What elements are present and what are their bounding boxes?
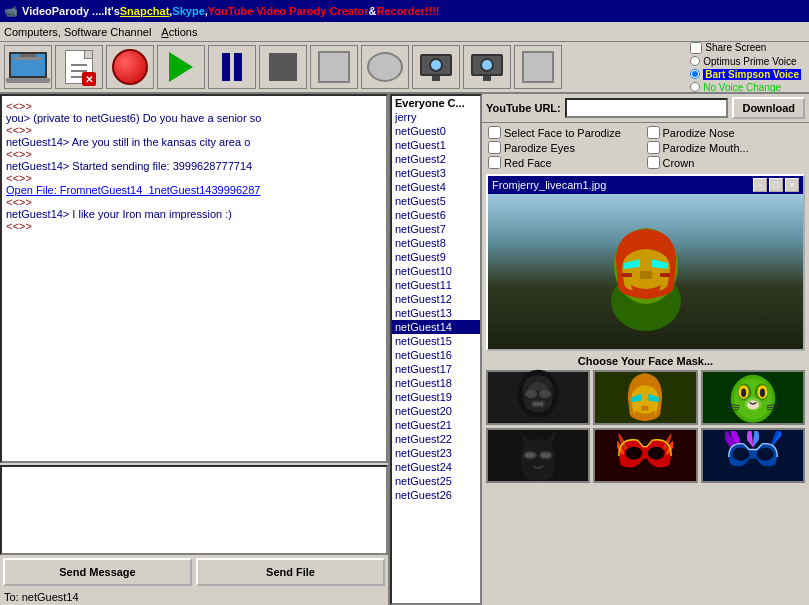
novoice-label: No Voice Change [703, 82, 781, 93]
mask-iron-man[interactable] [593, 370, 697, 425]
menu-actions[interactable]: AActionsctions [161, 26, 197, 38]
svg-point-22 [747, 400, 759, 409]
svg-rect-3 [622, 273, 632, 277]
msg-2: you> (private to netGuest6) Do you have … [6, 112, 382, 124]
optimus-radio[interactable] [690, 56, 700, 66]
right-panel: YouTube URL: Download Select Face to Par… [482, 94, 809, 605]
main-content: <<>> you> (private to netGuest6) Do you … [0, 94, 809, 605]
app-icon: 📹 [4, 5, 18, 18]
pause-btn[interactable] [208, 45, 256, 89]
toolbar: ✕ [0, 42, 809, 94]
parodize-mouth-checkbox[interactable] [647, 141, 660, 154]
red-face-checkbox[interactable] [488, 156, 501, 169]
download-button[interactable]: Download [732, 97, 805, 119]
menu-computers[interactable]: Computers, Software Channel [4, 26, 151, 38]
bart-radio[interactable] [690, 69, 700, 79]
optimus-row: Optimus Prime Voice [690, 56, 801, 67]
novoice-radio[interactable] [690, 82, 700, 92]
select-face-opt: Select Face to Parodize [488, 126, 645, 139]
user-netguest25[interactable]: netGuest25 [392, 474, 480, 488]
svg-point-36 [757, 447, 774, 460]
user-netguest12[interactable]: netGuest12 [392, 292, 480, 306]
blank-btn-3[interactable] [514, 45, 562, 89]
select-face-label: Select Face to Parodize [504, 127, 621, 139]
blank-btn-2[interactable] [361, 45, 409, 89]
mask-masquerade-red[interactable] [593, 428, 697, 483]
select-face-checkbox[interactable] [488, 126, 501, 139]
msg-10: netGuest14> I like your Iron man impress… [6, 208, 382, 220]
user-netguest1[interactable]: netGuest1 [392, 138, 480, 152]
parodize-eyes-opt: Parodize Eyes [488, 141, 645, 154]
chat-input-area[interactable] [0, 465, 388, 555]
user-netguest10[interactable]: netGuest10 [392, 264, 480, 278]
user-netguest9[interactable]: netGuest9 [392, 250, 480, 264]
user-netguest14[interactable]: netGuest14 [392, 320, 480, 334]
send-message-button[interactable]: Send Message [3, 558, 192, 586]
chat-area: <<>> you> (private to netGuest6) Do you … [0, 94, 390, 605]
webcam-btn-2[interactable] [463, 45, 511, 89]
title-plain: VideoParody ....It's [22, 5, 120, 17]
user-netguest18[interactable]: netGuest18 [392, 376, 480, 390]
send-file-button[interactable]: Send File [196, 558, 385, 586]
user-netguest23[interactable]: netGuest23 [392, 446, 480, 460]
msg-6: netGuest14> Started sending file: 399962… [6, 160, 382, 172]
user-netguest11[interactable]: netGuest11 [392, 278, 480, 292]
user-netguest15[interactable]: netGuest15 [392, 334, 480, 348]
user-netguest6[interactable]: netGuest6 [392, 208, 480, 222]
webcam-btn-1[interactable] [412, 45, 460, 89]
parodize-nose-checkbox[interactable] [647, 126, 660, 139]
user-netguest21[interactable]: netGuest21 [392, 418, 480, 432]
share-screen-checkbox[interactable] [690, 42, 702, 54]
mask-grid [486, 370, 805, 483]
title-bar: 📹 VideoParody ....It's Snapchat , Skype … [0, 0, 809, 22]
user-jerry[interactable]: jerry [392, 110, 480, 124]
svg-rect-2 [640, 271, 652, 279]
to-label: To: netGuest14 [0, 589, 388, 605]
user-netguest19[interactable]: netGuest19 [392, 390, 480, 404]
user-netguest4[interactable]: netGuest4 [392, 180, 480, 194]
user-netguest22[interactable]: netGuest22 [392, 432, 480, 446]
red-face-label: Red Face [504, 157, 552, 169]
user-everyone[interactable]: Everyone C... [392, 96, 480, 110]
title-recorder: Recorder!!!! [377, 5, 440, 17]
user-list[interactable]: Everyone C... jerry netGuest0 netGuest1 … [390, 94, 482, 605]
msg-8[interactable]: Open File: FromnetGuest14_1netGuest14399… [6, 184, 382, 196]
mask-darth-vader[interactable] [486, 370, 590, 425]
stop-btn[interactable] [259, 45, 307, 89]
svg-point-7 [539, 389, 551, 398]
play-btn[interactable] [157, 45, 205, 89]
blank-btn-1[interactable] [310, 45, 358, 89]
user-netguest7[interactable]: netGuest7 [392, 222, 480, 236]
user-netguest5[interactable]: netGuest5 [392, 194, 480, 208]
user-netguest0[interactable]: netGuest0 [392, 124, 480, 138]
crown-opt: Crown [647, 156, 804, 169]
user-netguest24[interactable]: netGuest24 [392, 460, 480, 474]
monitor-btn[interactable] [4, 45, 52, 89]
mask-tiger[interactable] [701, 370, 805, 425]
record-btn[interactable] [106, 45, 154, 89]
parodize-eyes-label: Parodize Eyes [504, 142, 575, 154]
crown-label: Crown [663, 157, 695, 169]
crown-checkbox[interactable] [647, 156, 660, 169]
face-mask-title: Choose Your Face Mask... [486, 355, 805, 367]
camera-maximize-button[interactable]: □ [769, 178, 783, 192]
user-netguest13[interactable]: netGuest13 [392, 306, 480, 320]
youtube-url-input[interactable] [565, 98, 729, 118]
mask-masquerade-blue[interactable] [701, 428, 805, 483]
user-netguest2[interactable]: netGuest2 [392, 152, 480, 166]
ironman-mask-svg [596, 211, 696, 331]
camera-minimize-button[interactable]: − [753, 178, 767, 192]
user-netguest26[interactable]: netGuest26 [392, 488, 480, 502]
user-netguest3[interactable]: netGuest3 [392, 166, 480, 180]
user-netguest17[interactable]: netGuest17 [392, 362, 480, 376]
mask-batman[interactable] [486, 428, 590, 483]
camera-close-button[interactable]: × [785, 178, 799, 192]
parodize-eyes-checkbox[interactable] [488, 141, 501, 154]
document-btn[interactable]: ✕ [55, 45, 103, 89]
svg-point-34 [648, 446, 665, 459]
user-netguest8[interactable]: netGuest8 [392, 236, 480, 250]
share-screen-label: Share Screen [705, 42, 766, 53]
chat-messages[interactable]: <<>> you> (private to netGuest6) Do you … [0, 94, 388, 463]
user-netguest20[interactable]: netGuest20 [392, 404, 480, 418]
user-netguest16[interactable]: netGuest16 [392, 348, 480, 362]
